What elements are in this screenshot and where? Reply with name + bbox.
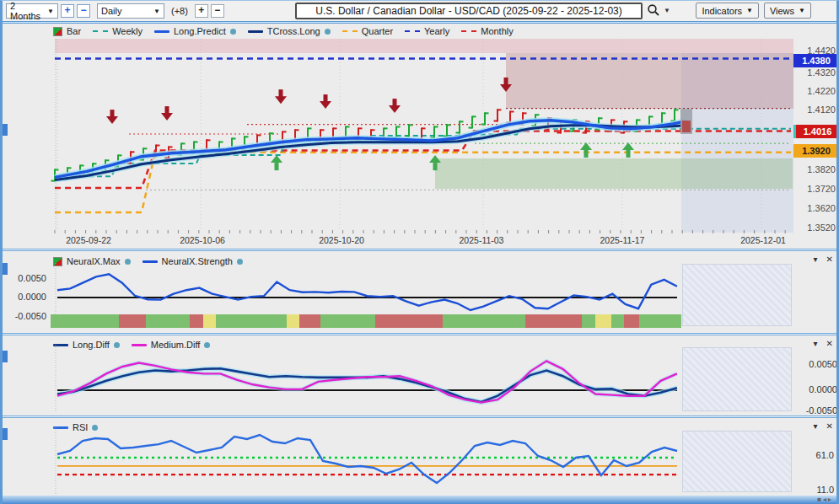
panel-drag-handle[interactable] — [3, 428, 8, 440]
current-bar-marker — [680, 109, 692, 134]
close-panel-button[interactable]: ✕ — [826, 339, 833, 348]
medium-diff-line — [57, 361, 677, 402]
close-panel-button[interactable]: ✕ — [826, 255, 833, 264]
price-chart-canvas[interactable] — [3, 23, 839, 249]
views-button-label: Views — [770, 6, 794, 16]
sell-arrow-icon — [106, 110, 118, 124]
diff-panel[interactable]: Long.DiffMedium.Diff 0.00500.0000-0.0050… — [3, 335, 839, 416]
yearly-value-badge: 1.4380 — [793, 54, 839, 67]
date-axis-label: 2025-10-20 — [319, 235, 364, 245]
sell-arrow-icon — [320, 94, 331, 109]
range-select[interactable]: 2 Months ▼ — [6, 3, 58, 19]
search-control[interactable]: ▼ — [647, 3, 670, 17]
future-placeholder-box — [682, 264, 792, 326]
price-axis-label: 1.4220 — [793, 86, 836, 96]
indicators-button[interactable]: Indicators ▼ — [696, 3, 759, 19]
panel-controls: ▾ ✕ — [814, 421, 833, 431]
buy-arrow-icon — [271, 155, 282, 170]
price-axis-label: 1.4120 — [793, 105, 836, 115]
collapse-panel-button[interactable]: ▾ — [814, 255, 818, 264]
neuralx-axis-label: 0.0000 — [8, 292, 46, 302]
sell-arrow-icon — [389, 99, 401, 113]
main-chart-panel[interactable]: BarWeeklyLong.PredictTCross.LongQuarterY… — [3, 23, 839, 249]
interval-select-value: Daily — [101, 6, 121, 16]
price-axis-label: 1.3820 — [793, 164, 836, 174]
buy-arrow-icon — [580, 142, 592, 158]
instrument-title[interactable]: U.S. Dollar / Canadian Dollar - USD/CAD … — [295, 3, 643, 19]
price-axis-label: 1.3720 — [793, 184, 836, 194]
panel-drag-handle[interactable] — [3, 351, 8, 362]
panel-controls: ▾ ✕ — [814, 339, 833, 348]
scroll-mini-controls[interactable]: ■◂▸ — [817, 496, 833, 503]
date-axis-label: 2025-11-03 — [460, 235, 504, 245]
neuralx-panel[interactable]: NeuralX.MaxNeuralX.Strength 0.00500.0000… — [3, 251, 839, 333]
buy-arrow-icon — [622, 142, 634, 158]
panel-drag-handle[interactable] — [3, 263, 8, 275]
medium-diff-glow — [57, 361, 677, 402]
rsi-axis-label: 11.0 — [793, 485, 834, 495]
neuralx-axis-label: 0.0050 — [8, 273, 46, 283]
rsi-line — [57, 435, 677, 483]
rsi-axis-label: 61.0 — [793, 450, 834, 460]
range-zoom-in-button[interactable]: + — [61, 4, 74, 18]
panel-controls: ▾ ✕ — [814, 255, 833, 264]
range-zoom-out-button[interactable]: − — [77, 4, 90, 18]
rsi-panel[interactable]: RSI 61.011.0 ▾ ✕ — [3, 418, 839, 496]
date-axis-label: 2025-09-22 — [66, 235, 111, 245]
future-placeholder-box — [682, 347, 792, 411]
diff-axis-label: -0.0050 — [793, 405, 837, 416]
collapse-panel-button[interactable]: ▾ — [814, 339, 818, 348]
sell-arrow-icon — [500, 78, 512, 92]
date-axis-label: 2025-12-01 — [740, 235, 786, 245]
price-axis-label: 1.3520 — [793, 223, 836, 233]
date-axis-label: 2025-10-06 — [180, 235, 225, 245]
price-axis-label: 1.4320 — [793, 67, 836, 78]
chevron-down-icon: ▼ — [47, 8, 54, 15]
neuralx-strength-line — [57, 274, 677, 310]
diff-axis-label: 0.0050 — [793, 359, 837, 369]
date-axis-label: 2025-11-17 — [600, 235, 645, 245]
bars-minus-button[interactable]: − — [211, 4, 224, 18]
bars-plus-button[interactable]: + — [195, 4, 208, 18]
toolbar: 2 Months ▼ + − Daily ▼ (+8) + − U.S. Dol… — [3, 1, 836, 21]
charting-app-window: 2 Months ▼ + − Daily ▼ (+8) + − U.S. Dol… — [0, 0, 839, 504]
close-panel-button[interactable]: ✕ — [826, 421, 833, 431]
chevron-down-icon: ▼ — [664, 7, 670, 14]
quarter-value-badge: 1.3920 — [793, 144, 839, 158]
sell-arrow-icon — [275, 89, 287, 104]
diff-axis-label: 0.0000 — [793, 384, 837, 394]
panel-drag-handle[interactable] — [3, 124, 8, 136]
search-icon — [647, 3, 660, 17]
monthly-value-badge: 1.4016 — [793, 125, 839, 138]
sell-arrow-icon — [161, 106, 173, 121]
price-axis-label: 1.3620 — [793, 203, 836, 213]
neural-signal-strip — [51, 314, 681, 328]
indicators-button-label: Indicators — [702, 6, 742, 16]
views-button[interactable]: Views ▼ — [764, 3, 811, 19]
chevron-down-icon: ▼ — [746, 7, 753, 14]
interval-select[interactable]: Daily ▼ — [97, 3, 164, 19]
future-placeholder-box — [682, 431, 792, 492]
collapse-panel-button[interactable]: ▾ — [814, 421, 818, 431]
buy-arrow-icon — [429, 155, 441, 170]
range-select-value: 2 Months — [10, 1, 42, 21]
chevron-down-icon: ▼ — [153, 8, 160, 15]
window-bottom-border — [3, 496, 836, 504]
extra-indicator-count: (+8) — [171, 6, 188, 16]
chevron-down-icon: ▼ — [799, 7, 805, 14]
neuralx-axis-label: -0.0050 — [8, 311, 46, 321]
